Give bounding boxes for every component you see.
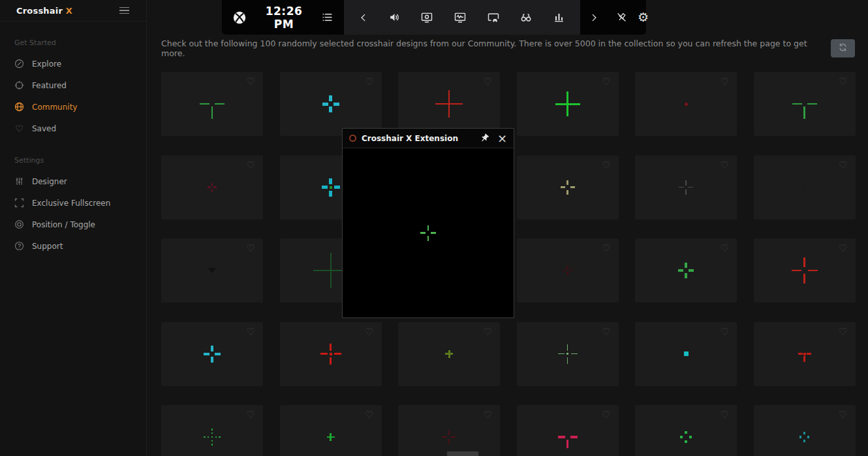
crosshair-tile[interactable]: ♡ xyxy=(635,238,737,302)
bar-chart-icon[interactable] xyxy=(551,10,566,25)
brand-accent: X xyxy=(66,6,72,16)
favorite-heart-icon[interactable]: ♡ xyxy=(721,77,729,87)
favorite-heart-icon[interactable]: ♡ xyxy=(247,244,255,253)
crosshair-tile[interactable]: ♡ xyxy=(517,238,619,302)
xbox-logo-button[interactable] xyxy=(231,9,248,26)
favorite-heart-icon[interactable]: ♡ xyxy=(602,410,610,420)
favorite-heart-icon[interactable]: ♡ xyxy=(484,327,492,337)
crosshair-tile[interactable]: ♡ xyxy=(754,238,856,302)
sidebar-header: Crosshair X xyxy=(0,0,146,22)
refresh-icon xyxy=(838,42,848,54)
sidebar-item-label: Community xyxy=(32,103,77,112)
refresh-button[interactable] xyxy=(831,39,855,57)
capture-monitor-icon[interactable] xyxy=(419,10,435,25)
pin-icon[interactable] xyxy=(480,133,489,143)
crosshair-tile[interactable]: ♡ xyxy=(280,322,382,386)
crosshair-tile[interactable]: ♡ xyxy=(635,322,737,386)
xbox-logo-icon xyxy=(232,10,247,25)
favorite-heart-icon[interactable]: ♡ xyxy=(839,410,847,420)
sidebar-item-label: Position / Toggle xyxy=(32,220,95,229)
favorite-heart-icon[interactable]: ♡ xyxy=(721,410,729,420)
crosshair-tile[interactable]: ♡ xyxy=(398,72,500,136)
chevron-right-icon[interactable] xyxy=(588,12,600,24)
pin-off-icon[interactable] xyxy=(614,10,629,25)
favorite-heart-icon[interactable]: ♡ xyxy=(247,77,255,87)
binoculars-icon[interactable] xyxy=(518,10,534,25)
fullscreen-corners-icon xyxy=(14,198,24,208)
favorite-heart-icon[interactable]: ♡ xyxy=(721,327,729,337)
sidebar-item-exclusive-fullscreen[interactable]: Exclusive Fullscreen xyxy=(0,192,146,214)
audio-speaker-icon[interactable] xyxy=(387,10,402,25)
favorite-heart-icon[interactable]: ♡ xyxy=(365,327,373,337)
sidebar-item-position-toggle[interactable]: Position / Toggle xyxy=(0,214,146,235)
settings-gear-icon[interactable]: ⚙ xyxy=(636,10,650,25)
hamburger-menu-icon[interactable] xyxy=(119,7,129,14)
sidebar-item-label: Saved xyxy=(32,124,56,133)
crosshair-tile[interactable]: ♡ xyxy=(635,155,737,220)
community-description: Check out the following 100 randomly sel… xyxy=(161,39,831,58)
sidebar-item-community[interactable]: Community xyxy=(0,96,146,118)
crosshair-tile[interactable]: ♡ xyxy=(280,405,382,456)
crosshair-tile[interactable]: ♡ xyxy=(517,72,619,136)
performance-monitor-icon[interactable] xyxy=(452,10,468,25)
favorite-heart-icon[interactable]: ♡ xyxy=(839,161,847,171)
scrollbar-thumb[interactable] xyxy=(447,451,478,456)
crosshair-tile[interactable]: ♡ xyxy=(635,405,737,456)
favorite-heart-icon[interactable]: ♡ xyxy=(484,410,492,420)
close-icon[interactable]: × xyxy=(497,133,507,144)
widget-menu-icon[interactable] xyxy=(320,10,335,25)
globe-icon xyxy=(14,102,24,112)
extension-preview-area xyxy=(343,148,514,318)
extension-window-title: Crosshair X Extension xyxy=(362,134,458,143)
gamebar-main-widget: 12:26 PM xyxy=(222,0,344,35)
crosshair-tile[interactable]: ♡ xyxy=(398,405,500,456)
capture-gallery-icon[interactable] xyxy=(486,10,501,25)
favorite-heart-icon[interactable]: ♡ xyxy=(721,161,729,171)
favorite-heart-icon[interactable]: ♡ xyxy=(247,410,255,420)
favorite-heart-icon[interactable]: ♡ xyxy=(602,77,610,87)
chevron-left-icon[interactable] xyxy=(358,12,369,24)
favorite-heart-icon[interactable]: ♡ xyxy=(839,77,847,87)
sidebar-item-support[interactable]: Support xyxy=(0,235,146,257)
target-circles-icon xyxy=(14,220,24,229)
sidebar-item-label: Exclusive Fullscreen xyxy=(32,199,110,208)
extension-titlebar[interactable]: Crosshair X Extension × xyxy=(343,129,514,148)
sidebar-item-designer[interactable]: Designer xyxy=(0,171,146,192)
crosshair-tile[interactable]: ♡ xyxy=(161,322,263,386)
favorite-heart-icon[interactable]: ♡ xyxy=(365,77,373,87)
crosshair-tile[interactable]: ♡ xyxy=(517,322,619,386)
favorite-heart-icon[interactable]: ♡ xyxy=(602,327,610,337)
favorite-heart-icon[interactable]: ♡ xyxy=(839,327,847,337)
crosshair-tile[interactable]: ♡ xyxy=(754,405,856,456)
xbox-game-bar: 12:26 PM xyxy=(222,0,646,35)
crosshair-tile[interactable]: ♡ xyxy=(161,238,263,302)
sidebar-item-featured[interactable]: Featured xyxy=(0,74,146,96)
crosshair-tile[interactable]: ♡ xyxy=(280,72,382,136)
crosshair-tile[interactable]: ♡ xyxy=(517,155,619,220)
favorite-heart-icon[interactable]: ♡ xyxy=(602,161,610,171)
crosshair-circle-icon xyxy=(14,80,24,90)
crosshair-tile[interactable]: ♡ xyxy=(754,155,856,220)
crosshair-tile[interactable]: ♡ xyxy=(161,405,263,456)
favorite-heart-icon[interactable]: ♡ xyxy=(247,161,255,171)
favorite-heart-icon[interactable]: ♡ xyxy=(602,244,610,253)
favorite-heart-icon[interactable]: ♡ xyxy=(484,77,492,87)
gamebar-right-controls: ⚙ xyxy=(580,0,646,35)
sidebar-item-label: Support xyxy=(32,242,63,251)
crosshair-tile[interactable]: ♡ xyxy=(635,72,737,136)
crosshair-tile[interactable]: ♡ xyxy=(517,405,619,456)
favorite-heart-icon[interactable]: ♡ xyxy=(365,410,373,420)
favorite-heart-icon[interactable]: ♡ xyxy=(721,244,729,253)
sidebar-item-saved[interactable]: ♡ Saved xyxy=(0,118,146,139)
crosshair-tile[interactable]: ♡ xyxy=(161,72,263,136)
heart-icon: ♡ xyxy=(14,123,24,133)
crosshair-tile[interactable]: ♡ xyxy=(161,155,263,220)
crosshair-x-logo-icon xyxy=(349,135,356,142)
crosshair-tile[interactable]: ♡ xyxy=(754,72,856,136)
sidebar-item-explore[interactable]: Explore xyxy=(0,53,146,74)
favorite-heart-icon[interactable]: ♡ xyxy=(839,244,847,253)
favorite-heart-icon[interactable]: ♡ xyxy=(247,327,255,337)
crosshair-tile[interactable]: ♡ xyxy=(398,322,500,386)
crosshair-tile[interactable]: ♡ xyxy=(754,322,856,386)
section-label-settings: Settings xyxy=(0,156,146,165)
